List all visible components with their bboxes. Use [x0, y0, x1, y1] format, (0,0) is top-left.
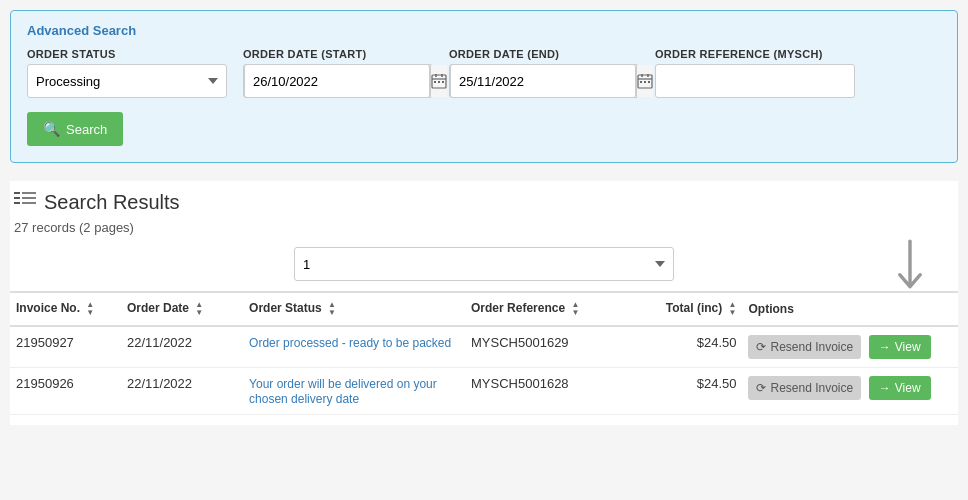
advanced-search-panel: Advanced Search ORDER STATUS Processing …	[10, 10, 958, 163]
pagination-row: 1 2	[10, 247, 958, 281]
sort-icon-total: ▲▼	[729, 301, 737, 317]
sort-icon-date: ▲▼	[195, 301, 203, 317]
search-fields: ORDER STATUS Processing Pending Shipped …	[27, 48, 941, 98]
col-header-invoice[interactable]: Invoice No. ▲▼	[10, 292, 121, 326]
view-button-0[interactable]: → View	[869, 335, 931, 359]
results-table: Invoice No. ▲▼ Order Date ▲▼ Order Statu…	[10, 291, 958, 415]
resend-invoice-button-1[interactable]: ⟳ Resend Invoice	[748, 376, 861, 400]
results-title: Search Results	[44, 191, 180, 214]
cell-options-1: ⟳ Resend Invoice → View	[742, 368, 958, 415]
svg-rect-12	[644, 81, 646, 83]
sort-icon-ref: ▲▼	[571, 301, 579, 317]
cell-options-0: ⟳ Resend Invoice → View	[742, 326, 958, 368]
view-button-1[interactable]: → View	[869, 376, 931, 400]
search-button-label: Search	[66, 122, 107, 137]
search-icon: 🔍	[43, 121, 60, 137]
svg-rect-11	[640, 81, 642, 83]
order-status-label: ORDER STATUS	[27, 48, 227, 60]
order-date-start-label: ORDER DATE (START)	[243, 48, 433, 60]
order-date-start-wrapper	[243, 64, 433, 98]
sort-icon-invoice: ▲▼	[86, 301, 94, 317]
col-header-status[interactable]: Order Status ▲▼	[243, 292, 465, 326]
col-header-date[interactable]: Order Date ▲▼	[121, 292, 243, 326]
arrow-right-icon-1: →	[879, 381, 891, 395]
svg-rect-13	[648, 81, 650, 83]
cell-total-0: $24.50	[632, 326, 743, 368]
order-reference-label: ORDER REFERENCE (MYSCH)	[655, 48, 855, 60]
cell-date-1: 22/11/2022	[121, 368, 243, 415]
cell-invoice-0: 21950927	[10, 326, 121, 368]
page-select[interactable]: 1 2	[294, 247, 674, 281]
col-header-total[interactable]: Total (inc) ▲▼	[632, 292, 743, 326]
table-row: 21950927 22/11/2022 Order processed - re…	[10, 326, 958, 368]
cell-ref-1: MYSCH5001628	[465, 368, 631, 415]
records-info: 27 records (2 pages)	[10, 220, 958, 235]
svg-rect-4	[434, 81, 436, 83]
cell-total-1: $24.50	[632, 368, 743, 415]
results-section: Search Results 27 records (2 pages) 1 2 …	[10, 181, 958, 425]
svg-rect-6	[442, 81, 444, 83]
order-date-start-group: ORDER DATE (START)	[243, 48, 433, 98]
order-date-start-calendar-icon[interactable]	[430, 65, 447, 97]
order-status-group: ORDER STATUS Processing Pending Shipped …	[27, 48, 227, 98]
order-date-end-group: ORDER DATE (END)	[449, 48, 639, 98]
order-date-start-input[interactable]	[244, 64, 430, 98]
cell-date-0: 22/11/2022	[121, 326, 243, 368]
cell-invoice-1: 21950926	[10, 368, 121, 415]
panel-title: Advanced Search	[27, 23, 941, 38]
table-row: 21950926 22/11/2022 Your order will be d…	[10, 368, 958, 415]
order-date-end-calendar-icon[interactable]	[636, 65, 653, 97]
table-header-row: Invoice No. ▲▼ Order Date ▲▼ Order Statu…	[10, 292, 958, 326]
svg-rect-5	[438, 81, 440, 83]
order-date-end-input[interactable]	[450, 64, 636, 98]
cell-ref-0: MYSCH5001629	[465, 326, 631, 368]
order-status-select[interactable]: Processing Pending Shipped Delivered Can…	[27, 64, 227, 98]
col-header-ref[interactable]: Order Reference ▲▼	[465, 292, 631, 326]
order-reference-input[interactable]	[655, 64, 855, 98]
list-icon	[14, 191, 36, 214]
order-reference-group: ORDER REFERENCE (MYSCH)	[655, 48, 855, 98]
resend-icon-0: ⟳	[756, 340, 766, 354]
order-date-end-wrapper	[449, 64, 639, 98]
arrow-down-indicator	[892, 237, 928, 300]
sort-icon-status: ▲▼	[328, 301, 336, 317]
order-date-end-label: ORDER DATE (END)	[449, 48, 639, 60]
cell-status-1: Your order will be delivered on your cho…	[243, 368, 465, 415]
search-button[interactable]: 🔍 Search	[27, 112, 123, 146]
arrow-right-icon-0: →	[879, 340, 891, 354]
resend-invoice-button-0[interactable]: ⟳ Resend Invoice	[748, 335, 861, 359]
cell-status-0: Order processed - ready to be packed	[243, 326, 465, 368]
results-header: Search Results	[10, 191, 958, 214]
resend-icon-1: ⟳	[756, 381, 766, 395]
